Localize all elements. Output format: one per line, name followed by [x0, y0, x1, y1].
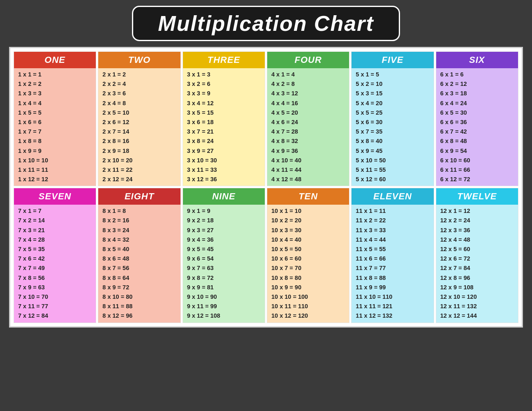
table-body-three: 3 x 1 = 33 x 2 = 63 x 3 = 93 x 4 = 123 x…: [183, 68, 265, 186]
page-title: Multiplication Chart: [158, 12, 374, 35]
table-row: 10 x 9 = 90: [271, 283, 345, 292]
table-row: 1 x 12 = 12: [18, 175, 92, 184]
table-row: 4 x 7 = 28: [271, 127, 345, 136]
table-row: 6 x 8 = 48: [440, 136, 514, 146]
table-row: 6 x 5 = 30: [440, 108, 514, 118]
table-row: 6 x 11 = 66: [440, 165, 514, 175]
table-row: 2 x 10 = 20: [102, 156, 176, 165]
table-section-two: TWO2 x 1 = 22 x 2 = 42 x 3 = 62 x 4 = 82…: [98, 51, 180, 186]
table-row: 6 x 12 = 72: [440, 175, 514, 184]
table-row: 9 x 11 = 99: [187, 302, 261, 311]
table-row: 6 x 9 = 54: [440, 146, 514, 156]
table-row: 1 x 9 = 9: [18, 146, 92, 156]
table-row: 9 x 3 = 27: [187, 226, 261, 235]
table-body-five: 5 x 1 = 55 x 2 = 105 x 3 = 155 x 4 = 205…: [352, 68, 433, 186]
table-row: 6 x 10 = 60: [440, 156, 514, 165]
table-row: 9 x 9 = 81: [187, 283, 261, 292]
table-row: 10 x 10 = 100: [271, 292, 345, 302]
table-row: 10 x 7 = 70: [271, 263, 345, 273]
table-row: 2 x 1 = 2: [102, 70, 176, 79]
table-row: 1 x 4 = 4: [18, 99, 92, 108]
table-row: 12 x 10 = 120: [440, 292, 514, 302]
table-section-three: THREE3 x 1 = 33 x 2 = 63 x 3 = 93 x 4 = …: [183, 51, 265, 186]
table-row: 4 x 1 = 4: [271, 70, 345, 79]
table-row: 12 x 12 = 144: [440, 311, 514, 321]
table-row: 10 x 6 = 60: [271, 254, 345, 263]
table-row: 10 x 5 = 50: [271, 245, 345, 254]
table-row: 9 x 4 = 36: [187, 235, 261, 245]
table-row: 12 x 6 = 72: [440, 254, 514, 263]
table-row: 7 x 8 = 56: [18, 273, 92, 283]
table-row: 2 x 9 = 18: [102, 146, 176, 156]
table-header-twelve: TWELVE: [436, 188, 518, 205]
table-row: 1 x 5 = 5: [18, 108, 92, 118]
table-row: 12 x 8 = 96: [440, 273, 514, 283]
table-row: 5 x 7 = 35: [356, 127, 429, 136]
table-row: 2 x 2 = 4: [102, 79, 176, 89]
table-row: 11 x 2 = 22: [356, 216, 429, 225]
table-row: 1 x 8 = 8: [18, 136, 92, 146]
table-row: 8 x 10 = 80: [102, 292, 176, 302]
table-row: 6 x 2 = 12: [440, 79, 514, 89]
table-row: 8 x 5 = 40: [102, 245, 176, 254]
table-row: 9 x 12 = 108: [187, 311, 261, 321]
table-row: 2 x 7 = 14: [102, 127, 176, 136]
table-row: 4 x 9 = 36: [271, 146, 345, 156]
table-row: 10 x 12 = 120: [271, 311, 345, 321]
table-row: 3 x 3 = 9: [187, 89, 261, 98]
table-row: 3 x 8 = 24: [187, 136, 261, 146]
table-row: 6 x 6 = 36: [440, 118, 514, 127]
table-row: 8 x 1 = 8: [102, 206, 176, 216]
table-row: 1 x 7 = 7: [18, 127, 92, 136]
table-row: 11 x 11 = 121: [356, 302, 429, 311]
table-row: 7 x 2 = 14: [18, 216, 92, 225]
table-section-ten: TEN10 x 1 = 1010 x 2 = 2010 x 3 = 3010 x…: [267, 188, 349, 323]
table-row: 9 x 2 = 18: [187, 216, 261, 225]
table-row: 8 x 3 = 24: [102, 226, 176, 235]
table-row: 12 x 3 = 36: [440, 226, 514, 235]
table-row: 9 x 8 = 72: [187, 273, 261, 283]
table-row: 11 x 12 = 132: [356, 311, 429, 321]
table-row: 10 x 8 = 80: [271, 273, 345, 283]
table-row: 5 x 5 = 25: [356, 108, 429, 118]
table-row: 2 x 11 = 22: [102, 165, 176, 175]
table-row: 7 x 6 = 42: [18, 254, 92, 263]
title-container: Multiplication Chart: [132, 6, 400, 41]
table-row: 4 x 6 = 24: [271, 118, 345, 127]
table-row: 12 x 7 = 84: [440, 263, 514, 273]
table-body-ten: 10 x 1 = 1010 x 2 = 2010 x 3 = 3010 x 4 …: [267, 205, 349, 322]
table-row: 8 x 11 = 88: [102, 302, 176, 311]
table-header-three: THREE: [183, 52, 265, 68]
table-body-twelve: 12 x 1 = 1212 x 2 = 2412 x 3 = 3612 x 4 …: [436, 205, 518, 322]
table-header-ten: TEN: [267, 188, 349, 205]
table-row: 11 x 6 = 66: [356, 254, 429, 263]
table-header-eight: EIGHT: [98, 188, 180, 205]
table-row: 5 x 8 = 40: [356, 136, 429, 146]
table-row: 3 x 2 = 6: [187, 79, 261, 89]
table-section-twelve: TWELVE12 x 1 = 1212 x 2 = 2412 x 3 = 361…: [436, 188, 518, 323]
table-row: 3 x 10 = 30: [187, 156, 261, 165]
table-header-six: SIX: [436, 52, 518, 68]
table-row: 3 x 4 = 12: [187, 99, 261, 108]
table-header-nine: NINE: [183, 188, 265, 205]
table-row: 9 x 7 = 63: [187, 263, 261, 273]
table-row: 8 x 12 = 96: [102, 311, 176, 321]
table-row: 5 x 10 = 50: [356, 156, 429, 165]
table-row: 2 x 12 = 24: [102, 175, 176, 184]
table-row: 12 x 1 = 12: [440, 206, 514, 216]
table-header-one: ONE: [14, 52, 96, 68]
table-row: 7 x 3 = 21: [18, 226, 92, 235]
table-body-six: 6 x 1 = 66 x 2 = 126 x 3 = 186 x 4 = 246…: [436, 68, 518, 186]
table-row: 1 x 1 = 1: [18, 70, 92, 79]
table-row: 4 x 11 = 44: [271, 165, 345, 175]
table-section-eight: EIGHT8 x 1 = 88 x 2 = 168 x 3 = 248 x 4 …: [98, 188, 180, 323]
table-row: 12 x 2 = 24: [440, 216, 514, 225]
table-row: 8 x 9 = 72: [102, 283, 176, 292]
table-row: 1 x 6 = 6: [18, 118, 92, 127]
table-header-five: FIVE: [352, 52, 433, 68]
table-row: 7 x 10 = 70: [18, 292, 92, 302]
table-body-one: 1 x 1 = 11 x 2 = 21 x 3 = 31 x 4 = 41 x …: [14, 68, 96, 186]
table-row: 5 x 9 = 45: [356, 146, 429, 156]
table-row: 5 x 3 = 15: [356, 89, 429, 98]
table-row: 5 x 11 = 55: [356, 165, 429, 175]
